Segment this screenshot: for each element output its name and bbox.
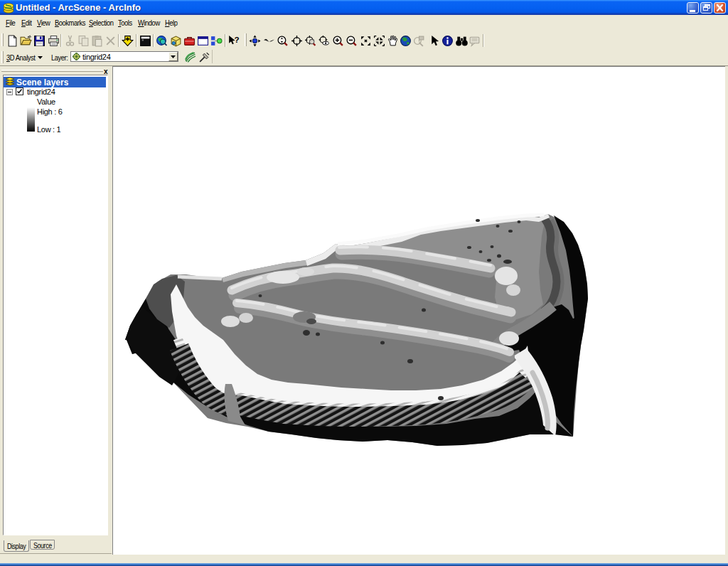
- svg-text:?: ?: [235, 35, 240, 44]
